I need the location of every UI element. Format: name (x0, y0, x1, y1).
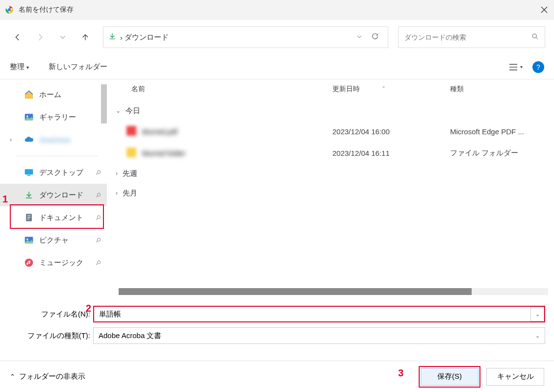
view-mode-button[interactable]: ▾ (508, 63, 523, 71)
save-button[interactable]: 保存(S) (421, 368, 478, 386)
nav-row: › ダウンロード (0, 20, 554, 55)
sidebar-item-documents[interactable]: ドキュメント ⚲ (0, 206, 107, 229)
svg-point-12 (26, 239, 28, 240)
filename-dropdown[interactable]: ⌄ (530, 307, 544, 321)
annotation-number-2: 2 (86, 303, 91, 314)
chevron-up-icon: ⌃ (10, 373, 15, 380)
pin-icon: ⚲ (94, 258, 103, 267)
sidebar-item-pictures[interactable]: ピクチャ ⚲ (0, 229, 107, 251)
list-header: 名前 ⌄ 更新日時 種類 (107, 79, 554, 99)
toolbar: 整理 ▾ 新しいフォルダー ▾ ? (0, 55, 554, 79)
pictures-icon (24, 235, 34, 245)
new-folder-button[interactable]: 新しいフォルダー (49, 62, 107, 72)
document-icon (24, 212, 34, 223)
sidebar-item-downloads[interactable]: ダウンロード ⚲ (0, 184, 107, 206)
annotation-number-3: 3 (398, 368, 403, 379)
cloud-icon (24, 134, 34, 145)
pin-icon: ⚲ (94, 213, 103, 222)
group-lastweek[interactable]: ›先週 (107, 164, 554, 183)
file-fields: ファイル名(N): ⌄ ファイルの種類(T): Adobe Acroba 文書 … (0, 299, 554, 352)
help-button[interactable]: ? (532, 61, 544, 73)
sidebar-item-gallery[interactable]: ギャラリー (0, 106, 107, 128)
svg-rect-8 (27, 216, 31, 216)
group-today[interactable]: ⌄今日 (107, 101, 554, 121)
address-dropdown[interactable] (352, 33, 367, 42)
filetype-select[interactable]: Adobe Acroba 文書 ⌄ (93, 327, 545, 344)
sidebar-item-onedrive[interactable]: › OneDrive (0, 128, 107, 151)
sidebar-item-music[interactable]: ミュージック ⚲ (0, 251, 107, 274)
chevron-down-icon: ⌄ (116, 107, 121, 114)
file-date: 2023/12/04 16:11 (332, 149, 450, 157)
group-lastmonth[interactable]: ›先月 (107, 183, 554, 203)
svg-rect-9 (27, 217, 31, 218)
sidebar-item-desktop[interactable]: デスクトップ ⚲ (0, 161, 107, 184)
pin-icon: ⚲ (94, 191, 103, 199)
horizontal-scrollbar[interactable] (119, 288, 548, 295)
search-input[interactable] (404, 33, 539, 41)
sort-indicator-icon: ⌄ (381, 83, 386, 89)
recent-dropdown[interactable] (54, 28, 72, 46)
chevron-right-icon: › (10, 136, 12, 143)
search-box[interactable] (398, 26, 545, 48)
sidebar: ホーム ギャラリー › OneDrive デスクトップ ⚲ ダウンロード ⚲ ド… (0, 79, 107, 299)
close-button[interactable] (534, 0, 554, 20)
home-icon (24, 89, 34, 100)
pin-icon: ⚲ (94, 236, 103, 245)
hide-folders-toggle[interactable]: ⌃ フォルダーの非表示 (10, 372, 85, 381)
filename-label: ファイル名(N): (9, 310, 93, 319)
pdf-icon (126, 126, 137, 137)
svg-rect-14 (126, 126, 136, 136)
back-button[interactable] (9, 28, 26, 46)
file-list: 名前 ⌄ 更新日時 種類 ⌄今日 blurred.pdf 2023/12/04 … (107, 79, 554, 299)
file-row[interactable]: blurred folder 2023/12/04 16:11 ファイル フォル… (107, 142, 554, 164)
svg-point-1 (8, 8, 11, 11)
download-folder-icon (24, 190, 34, 200)
file-row[interactable]: blurred.pdf 2023/12/04 16:00 Microsoft E… (107, 121, 554, 142)
sidebar-divider (16, 156, 98, 156)
annotation-number-1: 1 (2, 194, 8, 205)
breadcrumb-sep: › (120, 33, 125, 42)
gallery-icon (24, 112, 34, 122)
file-type: Microsoft Edge PDF ... (450, 127, 554, 136)
refresh-button[interactable] (367, 32, 383, 42)
music-icon (24, 257, 34, 268)
column-date[interactable]: ⌄ 更新日時 (332, 85, 450, 94)
svg-point-4 (26, 116, 28, 117)
file-date: 2023/12/04 16:00 (332, 127, 450, 136)
svg-rect-15 (126, 147, 136, 157)
cancel-button[interactable]: キャンセル (486, 368, 544, 386)
pin-icon: ⚲ (94, 168, 103, 177)
svg-rect-6 (27, 175, 31, 176)
up-button[interactable] (76, 28, 94, 46)
title-bar: 名前を付けて保存 (0, 0, 554, 20)
breadcrumb-current[interactable]: ダウンロード (125, 33, 169, 42)
window-title: 名前を付けて保存 (19, 5, 74, 14)
column-name[interactable]: 名前 (107, 85, 332, 94)
footer: ⌃ フォルダーの非表示 保存(S) キャンセル (0, 361, 554, 392)
chevron-right-icon: › (116, 170, 118, 177)
search-icon (531, 33, 539, 42)
filetype-label: ファイルの種類(T): (9, 331, 93, 341)
svg-rect-5 (25, 169, 33, 174)
forward-button[interactable] (31, 28, 49, 46)
file-type: ファイル フォルダー (450, 148, 554, 158)
main-area: ホーム ギャラリー › OneDrive デスクトップ ⚲ ダウンロード ⚲ ド… (0, 79, 554, 299)
address-bar[interactable]: › ダウンロード (103, 26, 388, 48)
svg-point-2 (532, 34, 536, 38)
organize-menu[interactable]: 整理 ▾ (10, 62, 29, 72)
svg-rect-10 (27, 219, 29, 220)
chevron-right-icon: › (116, 190, 118, 196)
chrome-icon (5, 5, 14, 14)
sidebar-item-home[interactable]: ホーム (0, 83, 107, 106)
filename-input[interactable] (93, 306, 545, 322)
column-type[interactable]: 種類 (450, 85, 554, 94)
desktop-icon (24, 167, 34, 178)
download-icon (108, 32, 116, 42)
folder-icon (126, 147, 137, 158)
chevron-down-icon: ⌄ (535, 333, 540, 339)
